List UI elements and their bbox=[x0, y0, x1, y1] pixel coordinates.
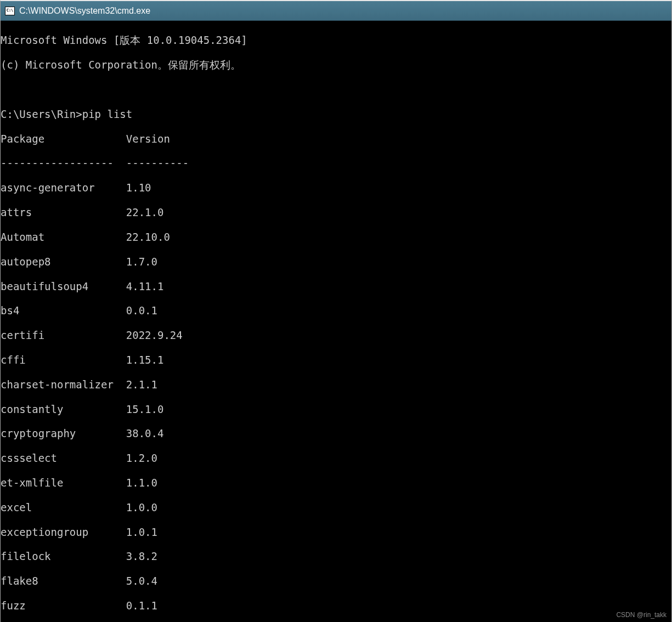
window-title: C:\WINDOWS\system32\cmd.exe bbox=[19, 6, 150, 16]
package-name: charset-normalizer bbox=[1, 378, 126, 391]
table-row: fuzz0.1.1 bbox=[1, 600, 671, 612]
package-name: excel bbox=[1, 501, 126, 513]
package-name: filelock bbox=[1, 550, 126, 562]
package-version: 1.2.0 bbox=[126, 452, 157, 464]
table-row: filelock3.8.2 bbox=[1, 550, 671, 562]
package-name: cryptography bbox=[1, 427, 126, 439]
window-frame: C:\ C:\WINDOWS\system32\cmd.exe Microsof… bbox=[0, 0, 672, 622]
package-version: 22.1.0 bbox=[126, 206, 164, 218]
table-row: et-xmlfile1.1.0 bbox=[1, 477, 671, 489]
terminal-output[interactable]: Microsoft Windows [版本 10.0.19045.2364] (… bbox=[1, 21, 671, 622]
table-row: cffi1.15.1 bbox=[1, 354, 671, 366]
package-version: 1.0.0 bbox=[126, 501, 157, 513]
package-version: 0.1.1 bbox=[126, 600, 157, 612]
package-version: 22.10.0 bbox=[126, 231, 170, 243]
package-version: 1.15.1 bbox=[126, 354, 164, 366]
table-row: exceptiongroup1.0.1 bbox=[1, 526, 671, 538]
package-name: async-generator bbox=[1, 182, 126, 194]
copyright-line: (c) Microsoft Corporation。保留所有权利。 bbox=[1, 59, 671, 71]
divider-package: ------------------ bbox=[1, 157, 126, 169]
package-name: cssselect bbox=[1, 452, 126, 464]
prompt-line: C:\Users\Rin>pip list bbox=[1, 108, 671, 120]
package-version: 0.0.1 bbox=[126, 304, 157, 316]
cmd-icon: C:\ bbox=[5, 7, 15, 15]
table-row: flake85.0.4 bbox=[1, 575, 671, 587]
package-name: fuzz bbox=[1, 600, 126, 612]
package-version: 4.11.1 bbox=[126, 280, 164, 292]
package-version: 15.1.0 bbox=[126, 403, 164, 415]
table-row: cssselect1.2.0 bbox=[1, 452, 671, 464]
package-name: autopep8 bbox=[1, 256, 126, 268]
header-package: Package bbox=[1, 133, 126, 145]
package-version: 2.1.1 bbox=[126, 378, 157, 391]
table-divider: ---------------------------- bbox=[1, 157, 671, 169]
package-version: 3.8.2 bbox=[126, 550, 157, 562]
header-version: Version bbox=[126, 133, 170, 145]
package-name: et-xmlfile bbox=[1, 477, 126, 489]
package-name: exceptiongroup bbox=[1, 526, 126, 538]
table-row: beautifulsoup44.11.1 bbox=[1, 280, 671, 292]
package-name: certifi bbox=[1, 329, 126, 341]
divider-version: ---------- bbox=[126, 157, 189, 169]
package-name: beautifulsoup4 bbox=[1, 280, 126, 292]
watermark: CSDN @rin_takk bbox=[616, 611, 667, 619]
package-version: 1.7.0 bbox=[126, 256, 157, 268]
package-name: cffi bbox=[1, 354, 126, 366]
table-row: cryptography38.0.4 bbox=[1, 427, 671, 439]
table-row: autopep81.7.0 bbox=[1, 256, 671, 268]
package-name: Automat bbox=[1, 231, 126, 243]
table-row: bs40.0.1 bbox=[1, 304, 671, 316]
package-name: attrs bbox=[1, 206, 126, 218]
table-row: async-generator1.10 bbox=[1, 182, 671, 194]
table-row: certifi2022.9.24 bbox=[1, 329, 671, 341]
package-version: 1.0.1 bbox=[126, 526, 157, 538]
package-version: 2022.9.24 bbox=[126, 329, 183, 341]
package-version: 1.1.0 bbox=[126, 477, 157, 489]
window-titlebar[interactable]: C:\ C:\WINDOWS\system32\cmd.exe bbox=[1, 1, 671, 21]
package-version: 5.0.4 bbox=[126, 575, 157, 587]
package-version: 1.10 bbox=[126, 182, 151, 194]
table-row: excel1.0.0 bbox=[1, 501, 671, 513]
table-header: PackageVersion bbox=[1, 133, 671, 145]
package-version: 38.0.4 bbox=[126, 427, 164, 439]
table-row: charset-normalizer2.1.1 bbox=[1, 378, 671, 391]
os-version-line: Microsoft Windows [版本 10.0.19045.2364] bbox=[1, 34, 671, 46]
package-name: bs4 bbox=[1, 304, 126, 316]
blank-line bbox=[1, 83, 671, 95]
table-row: Automat22.10.0 bbox=[1, 231, 671, 243]
table-row: attrs22.1.0 bbox=[1, 206, 671, 218]
package-name: flake8 bbox=[1, 575, 126, 587]
table-row: constantly15.1.0 bbox=[1, 403, 671, 415]
package-name: constantly bbox=[1, 403, 126, 415]
